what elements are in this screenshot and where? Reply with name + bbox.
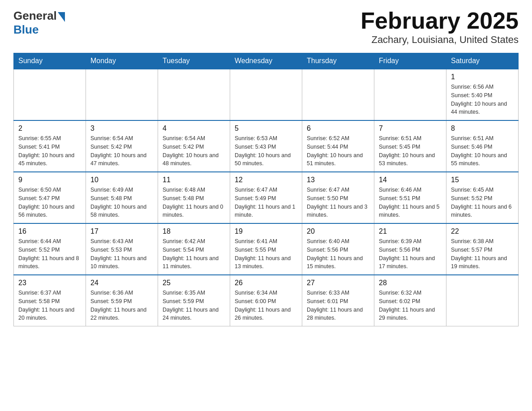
day-of-week-header: Thursday [302,53,374,69]
day-info: Sunrise: 6:36 AMSunset: 5:59 PMDaylight:… [90,289,153,322]
day-number: 26 [235,279,297,287]
day-number: 15 [451,176,514,184]
day-info: Sunrise: 6:47 AMSunset: 5:49 PMDaylight:… [235,186,297,219]
calendar-day-cell [158,69,230,120]
day-number: 27 [307,279,369,287]
calendar-day-cell: 15Sunrise: 6:45 AMSunset: 5:52 PMDayligh… [446,172,519,223]
day-info: Sunrise: 6:45 AMSunset: 5:52 PMDaylight:… [451,186,514,219]
day-number: 18 [163,227,225,235]
day-info: Sunrise: 6:39 AMSunset: 5:56 PMDaylight:… [379,237,442,271]
calendar-day-cell: 1Sunrise: 6:56 AMSunset: 5:40 PMDaylight… [446,69,519,120]
calendar-day-cell: 23Sunrise: 6:37 AMSunset: 5:58 PMDayligh… [14,275,86,326]
day-number: 11 [163,176,225,184]
day-of-week-header: Friday [374,53,446,69]
logo-general-text: General [13,9,57,23]
day-number: 8 [451,124,514,133]
day-info: Sunrise: 6:40 AMSunset: 5:56 PMDaylight:… [307,237,369,271]
day-info: Sunrise: 6:52 AMSunset: 5:44 PMDaylight:… [307,134,369,168]
day-number: 12 [235,176,297,184]
day-info: Sunrise: 6:41 AMSunset: 5:55 PMDaylight:… [235,237,297,271]
calendar-day-cell: 19Sunrise: 6:41 AMSunset: 5:55 PMDayligh… [230,223,302,275]
calendar-day-cell: 21Sunrise: 6:39 AMSunset: 5:56 PMDayligh… [374,223,446,275]
day-info: Sunrise: 6:38 AMSunset: 5:57 PMDaylight:… [451,237,514,271]
month-year-title: February 2025 [360,9,519,32]
day-number: 5 [235,124,297,133]
calendar-day-cell: 11Sunrise: 6:48 AMSunset: 5:48 PMDayligh… [158,172,230,223]
day-number: 24 [90,279,153,287]
calendar-day-cell: 3Sunrise: 6:54 AMSunset: 5:42 PMDaylight… [86,120,158,172]
calendar-day-cell [374,69,446,120]
day-info: Sunrise: 6:47 AMSunset: 5:50 PMDaylight:… [307,186,369,219]
calendar-table: SundayMondayTuesdayWednesdayThursdayFrid… [13,53,519,326]
calendar-day-cell: 17Sunrise: 6:43 AMSunset: 5:53 PMDayligh… [86,223,158,275]
title-section: February 2025 Zachary, Louisiana, United… [360,9,519,46]
calendar-day-cell: 16Sunrise: 6:44 AMSunset: 5:52 PMDayligh… [14,223,86,275]
day-info: Sunrise: 6:53 AMSunset: 5:43 PMDaylight:… [235,134,297,168]
day-info: Sunrise: 6:55 AMSunset: 5:41 PMDaylight:… [18,134,81,168]
day-info: Sunrise: 6:48 AMSunset: 5:48 PMDaylight:… [163,186,225,219]
calendar-day-cell: 2Sunrise: 6:55 AMSunset: 5:41 PMDaylight… [14,120,86,172]
day-number: 16 [18,227,81,235]
calendar-day-cell: 22Sunrise: 6:38 AMSunset: 5:57 PMDayligh… [446,223,519,275]
day-info: Sunrise: 6:42 AMSunset: 5:54 PMDaylight:… [163,237,225,271]
calendar-day-cell [14,69,86,120]
day-number: 9 [18,176,81,184]
day-number: 25 [163,279,225,287]
calendar-day-cell: 7Sunrise: 6:51 AMSunset: 5:45 PMDaylight… [374,120,446,172]
calendar-header-row: SundayMondayTuesdayWednesdayThursdayFrid… [14,53,519,69]
day-number: 28 [379,279,442,287]
day-number: 22 [451,227,514,235]
logo-blue-text: Blue [13,23,39,37]
day-of-week-header: Wednesday [230,53,302,69]
day-number: 1 [451,73,514,81]
calendar-day-cell [86,69,158,120]
day-info: Sunrise: 6:37 AMSunset: 5:58 PMDaylight:… [18,289,81,322]
day-info: Sunrise: 6:54 AMSunset: 5:42 PMDaylight:… [163,134,225,168]
day-info: Sunrise: 6:35 AMSunset: 5:59 PMDaylight:… [163,289,225,322]
calendar-day-cell: 20Sunrise: 6:40 AMSunset: 5:56 PMDayligh… [302,223,374,275]
calendar-day-cell [230,69,302,120]
calendar-week-row: 2Sunrise: 6:55 AMSunset: 5:41 PMDaylight… [14,120,519,172]
calendar-week-row: 23Sunrise: 6:37 AMSunset: 5:58 PMDayligh… [14,275,519,326]
calendar-day-cell: 28Sunrise: 6:32 AMSunset: 6:02 PMDayligh… [374,275,446,326]
day-number: 17 [90,227,153,235]
calendar-day-cell: 8Sunrise: 6:51 AMSunset: 5:46 PMDaylight… [446,120,519,172]
day-number: 13 [307,176,369,184]
day-info: Sunrise: 6:46 AMSunset: 5:51 PMDaylight:… [379,186,442,219]
calendar-day-cell: 10Sunrise: 6:49 AMSunset: 5:48 PMDayligh… [86,172,158,223]
logo-triangle-icon [58,12,65,22]
day-number: 20 [307,227,369,235]
calendar-day-cell: 13Sunrise: 6:47 AMSunset: 5:50 PMDayligh… [302,172,374,223]
calendar-week-row: 9Sunrise: 6:50 AMSunset: 5:47 PMDaylight… [14,172,519,223]
day-number: 7 [379,124,442,133]
day-of-week-header: Saturday [446,53,519,69]
calendar-day-cell: 14Sunrise: 6:46 AMSunset: 5:51 PMDayligh… [374,172,446,223]
day-info: Sunrise: 6:56 AMSunset: 5:40 PMDaylight:… [451,83,514,116]
day-info: Sunrise: 6:49 AMSunset: 5:48 PMDaylight:… [90,186,153,219]
logo: General Blue [13,9,65,37]
calendar-day-cell [446,275,519,326]
day-number: 19 [235,227,297,235]
day-info: Sunrise: 6:43 AMSunset: 5:53 PMDaylight:… [90,237,153,271]
calendar-day-cell: 18Sunrise: 6:42 AMSunset: 5:54 PMDayligh… [158,223,230,275]
calendar-day-cell: 4Sunrise: 6:54 AMSunset: 5:42 PMDaylight… [158,120,230,172]
day-info: Sunrise: 6:44 AMSunset: 5:52 PMDaylight:… [18,237,81,271]
calendar-day-cell: 6Sunrise: 6:52 AMSunset: 5:44 PMDaylight… [302,120,374,172]
day-of-week-header: Monday [86,53,158,69]
calendar-day-cell: 9Sunrise: 6:50 AMSunset: 5:47 PMDaylight… [14,172,86,223]
calendar-week-row: 1Sunrise: 6:56 AMSunset: 5:40 PMDaylight… [14,69,519,120]
day-of-week-header: Sunday [14,53,86,69]
day-info: Sunrise: 6:51 AMSunset: 5:46 PMDaylight:… [451,134,514,168]
calendar-week-row: 16Sunrise: 6:44 AMSunset: 5:52 PMDayligh… [14,223,519,275]
day-number: 14 [379,176,442,184]
calendar-day-cell [302,69,374,120]
day-number: 21 [379,227,442,235]
day-info: Sunrise: 6:32 AMSunset: 6:02 PMDaylight:… [379,289,442,322]
logo-blue-part [57,10,65,22]
day-number: 23 [18,279,81,287]
day-info: Sunrise: 6:33 AMSunset: 6:01 PMDaylight:… [307,289,369,322]
day-info: Sunrise: 6:50 AMSunset: 5:47 PMDaylight:… [18,186,81,219]
calendar-day-cell: 26Sunrise: 6:34 AMSunset: 6:00 PMDayligh… [230,275,302,326]
calendar-day-cell: 5Sunrise: 6:53 AMSunset: 5:43 PMDaylight… [230,120,302,172]
day-info: Sunrise: 6:54 AMSunset: 5:42 PMDaylight:… [90,134,153,168]
